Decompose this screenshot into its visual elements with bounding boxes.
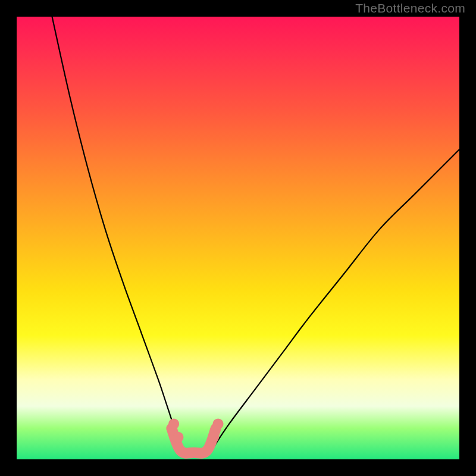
- band-cap: [208, 432, 219, 443]
- band-cap: [213, 418, 224, 429]
- band-cap: [168, 418, 179, 429]
- curve-layer: [17, 17, 459, 459]
- band-cap: [173, 432, 184, 443]
- watermark-label: TheBottleneck.com: [355, 1, 465, 15]
- plot-area: [17, 17, 459, 459]
- left-curve: [52, 17, 183, 450]
- right-curve: [211, 149, 459, 450]
- chart-frame: TheBottleneck.com: [0, 0, 476, 476]
